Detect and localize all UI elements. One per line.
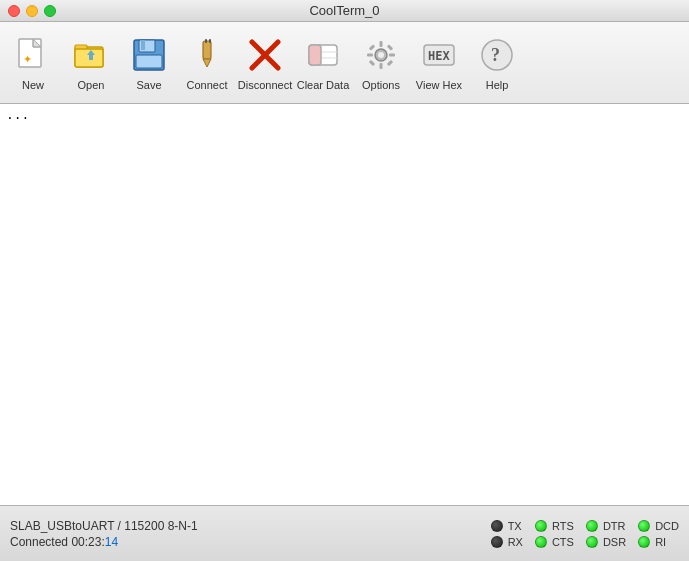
view-hex-icon: HEX (419, 35, 459, 75)
cts-led (535, 536, 547, 548)
connection-time: Connected 00:23:14 (10, 535, 491, 549)
new-label: New (22, 79, 44, 91)
svg-text:?: ? (491, 45, 500, 65)
open-button[interactable]: Open (62, 26, 120, 100)
help-icon: ? (477, 35, 517, 75)
new-button[interactable]: ✦ New (4, 26, 62, 100)
dtr-led (586, 520, 598, 532)
svg-rect-12 (141, 40, 145, 50)
save-icon (129, 35, 169, 75)
view-hex-button[interactable]: HEX View Hex (410, 26, 468, 100)
status-right: TX RX RTS CTS DTR (491, 520, 679, 548)
connected-label: Connected (10, 535, 71, 549)
new-icon: ✦ (13, 35, 53, 75)
dcd-label: DCD (655, 520, 679, 532)
main-content[interactable]: ... (0, 104, 689, 505)
view-hex-label: View Hex (416, 79, 462, 91)
dtr-label: DTR (603, 520, 626, 532)
disconnect-button[interactable]: Disconnect (236, 26, 294, 100)
tx-rx-column: TX RX (491, 520, 523, 548)
cts-label: CTS (552, 536, 574, 548)
rx-indicator: RX (491, 536, 523, 548)
svg-rect-29 (389, 53, 395, 56)
dcd-ri-column: DCD RI (638, 520, 679, 548)
svg-rect-13 (136, 55, 162, 68)
rts-label: RTS (552, 520, 574, 532)
connect-button[interactable]: Connect (178, 26, 236, 100)
toolbar: ✦ New Open Save (0, 22, 689, 104)
maximize-button[interactable] (44, 5, 56, 17)
tx-indicator: TX (491, 520, 523, 532)
clear-data-label: Clear Data (297, 79, 350, 91)
rts-cts-column: RTS CTS (535, 520, 574, 548)
disconnect-label: Disconnect (238, 79, 292, 91)
time-blue-part: 14 (105, 535, 118, 549)
dtr-indicator: DTR (586, 520, 626, 532)
status-bar: SLAB_USBtoUART / 115200 8-N-1 Connected … (0, 505, 689, 561)
svg-rect-14 (203, 41, 211, 59)
connect-label: Connect (187, 79, 228, 91)
minimize-button[interactable] (26, 5, 38, 17)
dcd-indicator: DCD (638, 520, 679, 532)
save-button[interactable]: Save (120, 26, 178, 100)
main-text: ... (6, 108, 29, 123)
svg-rect-32 (369, 59, 375, 65)
tx-led (491, 520, 503, 532)
open-label: Open (78, 79, 105, 91)
help-label: Help (486, 79, 509, 91)
ri-led (638, 536, 650, 548)
title-bar: CoolTerm_0 (0, 0, 689, 22)
options-button[interactable]: Options (352, 26, 410, 100)
svg-rect-31 (387, 44, 393, 50)
rx-label: RX (508, 536, 523, 548)
rts-led (535, 520, 547, 532)
svg-marker-15 (203, 59, 211, 67)
cts-indicator: CTS (535, 536, 574, 548)
help-button[interactable]: ? Help (468, 26, 526, 100)
time-part: 00:23: (71, 535, 104, 549)
close-button[interactable] (8, 5, 20, 17)
svg-rect-26 (380, 41, 383, 47)
svg-text:HEX: HEX (428, 49, 450, 63)
options-label: Options (362, 79, 400, 91)
svg-rect-30 (369, 44, 375, 50)
svg-rect-17 (209, 39, 211, 43)
ri-indicator: RI (638, 536, 679, 548)
connect-icon (187, 35, 227, 75)
svg-rect-28 (367, 53, 373, 56)
dcd-led (638, 520, 650, 532)
svg-point-25 (378, 52, 384, 58)
status-left: SLAB_USBtoUART / 115200 8-N-1 Connected … (10, 519, 491, 549)
svg-rect-9 (89, 55, 93, 60)
clear-data-icon (303, 35, 343, 75)
rts-indicator: RTS (535, 520, 574, 532)
window-title: CoolTerm_0 (309, 3, 379, 18)
tx-label: TX (508, 520, 522, 532)
dsr-led (586, 536, 598, 548)
save-label: Save (136, 79, 161, 91)
connection-info: SLAB_USBtoUART / 115200 8-N-1 (10, 519, 491, 533)
svg-rect-33 (387, 59, 393, 65)
dsr-label: DSR (603, 536, 626, 548)
open-icon (71, 35, 111, 75)
svg-rect-23 (309, 45, 321, 65)
svg-rect-27 (380, 63, 383, 69)
svg-text:✦: ✦ (23, 53, 32, 65)
svg-rect-16 (205, 39, 207, 43)
rx-led (491, 536, 503, 548)
dtr-dsr-column: DTR DSR (586, 520, 626, 548)
disconnect-icon (245, 35, 285, 75)
clear-data-button[interactable]: Clear Data (294, 26, 352, 100)
options-icon (361, 35, 401, 75)
dsr-indicator: DSR (586, 536, 626, 548)
window-controls[interactable] (8, 5, 56, 17)
ri-label: RI (655, 536, 666, 548)
